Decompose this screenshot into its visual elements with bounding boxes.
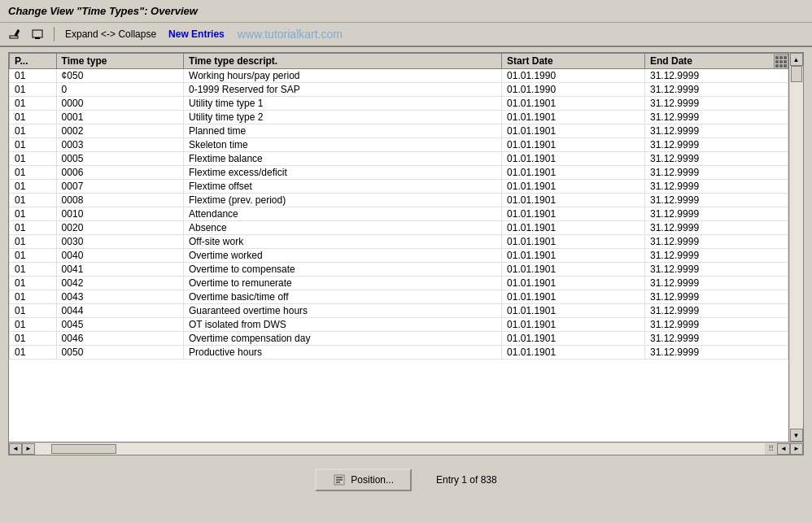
hscroll-dots: ⠿ <box>765 444 777 453</box>
scroll-thumb[interactable] <box>791 66 802 82</box>
cell-start: 01.01.1901 <box>502 346 645 360</box>
cell-desc: 0-1999 Reserved for SAP <box>184 83 502 97</box>
table-row[interactable]: 01 0050 Productive hours 01.01.1901 31.1… <box>10 346 788 360</box>
expand-collapse-link[interactable]: Expand <-> Collapse <box>63 28 159 41</box>
table-row[interactable]: 01 0041 Overtime to compensate 01.01.190… <box>10 263 788 277</box>
hscroll-next-button[interactable]: ► <box>790 443 803 455</box>
hscroll-right-button[interactable]: ► <box>22 443 35 455</box>
vertical-scrollbar[interactable]: ▲ ▼ <box>788 53 803 442</box>
edit-icon[interactable] <box>7 26 23 42</box>
table-row[interactable]: 01 0046 Overtime compensation day 01.01.… <box>10 332 788 346</box>
scroll-up-button[interactable]: ▲ <box>790 53 803 66</box>
hscroll-prev-button[interactable]: ◄ <box>777 443 790 455</box>
col-start-date: Start Date <box>502 54 645 69</box>
table-row[interactable]: 01 0005 Flextime balance 01.01.1901 31.1… <box>10 152 788 166</box>
table-row[interactable]: 01 0042 Overtime to remunerate 01.01.190… <box>10 277 788 290</box>
cell-p: 01 <box>10 69 57 83</box>
cell-p: 01 <box>10 152 57 166</box>
cell-start: 01.01.1901 <box>502 304 645 318</box>
cell-desc: OT isolated from DWS <box>184 318 502 332</box>
hscroll-left-button[interactable]: ◄ <box>9 443 22 455</box>
cell-desc: Overtime to compensate <box>184 263 502 277</box>
cell-end: 31.12.9999 <box>645 166 788 180</box>
cell-time-type: 0043 <box>56 290 183 304</box>
col-p: P... <box>10 54 57 69</box>
cell-start: 01.01.1901 <box>502 207 645 221</box>
cell-desc: Utility time type 2 <box>184 111 502 124</box>
cell-start: 01.01.1901 <box>502 124 645 138</box>
cell-desc: Attendance <box>184 207 502 221</box>
cell-start: 01.01.1901 <box>502 152 645 166</box>
cell-desc: Flextime (prev. period) <box>184 194 502 207</box>
hscroll-thumb[interactable] <box>51 444 116 454</box>
new-entries-button[interactable]: New Entries <box>165 28 228 41</box>
cell-end: 31.12.9999 <box>645 207 788 221</box>
cell-p: 01 <box>10 346 57 360</box>
cell-end: 31.12.9999 <box>645 180 788 194</box>
position-icon <box>333 473 346 486</box>
table-row[interactable]: 01 0001 Utility time type 2 01.01.1901 3… <box>10 111 788 124</box>
scroll-down-button[interactable]: ▼ <box>790 429 803 442</box>
table-row[interactable]: 01 0002 Planned time 01.01.1901 31.12.99… <box>10 124 788 138</box>
cell-end: 31.12.9999 <box>645 346 788 360</box>
table-row[interactable]: 01 0045 OT isolated from DWS 01.01.1901 … <box>10 318 788 332</box>
cell-time-type: 0010 <box>56 207 183 221</box>
cell-end: 31.12.9999 <box>645 152 788 166</box>
main-content: ▲ ▼ P... Time type Time type descript. S… <box>0 47 812 505</box>
col-time-type: Time type <box>56 54 183 69</box>
grid-icon[interactable] <box>774 54 788 69</box>
cell-p: 01 <box>10 166 57 180</box>
cell-p: 01 <box>10 221 57 235</box>
table-row[interactable]: 01 0007 Flextime offset 01.01.1901 31.12… <box>10 180 788 194</box>
svg-rect-1 <box>33 30 42 37</box>
position-button[interactable]: Position... <box>315 469 412 491</box>
table-row[interactable]: 01 0008 Flextime (prev. period) 01.01.19… <box>10 194 788 207</box>
cell-p: 01 <box>10 318 57 332</box>
cell-time-type: 0050 <box>56 346 183 360</box>
table-row[interactable]: 01 0006 Flextime excess/deficit 01.01.19… <box>10 166 788 180</box>
cell-p: 01 <box>10 277 57 290</box>
cell-start: 01.01.1901 <box>502 332 645 346</box>
table-row[interactable]: 01 0 0-1999 Reserved for SAP 01.01.1990 … <box>10 83 788 97</box>
cell-end: 31.12.9999 <box>645 83 788 97</box>
display-icon[interactable] <box>29 26 46 42</box>
cell-desc: Overtime compensation day <box>184 332 502 346</box>
cell-end: 31.12.9999 <box>645 304 788 318</box>
cell-p: 01 <box>10 263 57 277</box>
cell-p: 01 <box>10 138 57 152</box>
table-row[interactable]: 01 0044 Guaranteed overtime hours 01.01.… <box>10 304 788 318</box>
table-row[interactable]: 01 0043 Overtime basic/time off 01.01.19… <box>10 290 788 304</box>
hscroll-track <box>35 443 765 455</box>
table-row[interactable]: 01 0000 Utility time type 1 01.01.1901 3… <box>10 97 788 111</box>
table-row[interactable]: 01 0010 Attendance 01.01.1901 31.12.9999 <box>10 207 788 221</box>
cell-time-type: 0044 <box>56 304 183 318</box>
cell-time-type: 0005 <box>56 152 183 166</box>
cell-time-type: 0008 <box>56 194 183 207</box>
cell-end: 31.12.9999 <box>645 235 788 249</box>
cell-time-type: 0003 <box>56 138 183 152</box>
cell-time-type: 0006 <box>56 166 183 180</box>
cell-p: 01 <box>10 290 57 304</box>
cell-end: 31.12.9999 <box>645 249 788 263</box>
table-row[interactable]: 01 0040 Overtime worked 01.01.1901 31.12… <box>10 249 788 263</box>
table-row[interactable]: 01 0003 Skeleton time 01.01.1901 31.12.9… <box>10 138 788 152</box>
cell-end: 31.12.9999 <box>645 69 788 83</box>
cell-start: 01.01.1901 <box>502 290 645 304</box>
cell-desc: Flextime balance <box>184 152 502 166</box>
time-types-table: P... Time type Time type descript. Start… <box>9 53 788 360</box>
cell-desc: Working hours/pay period <box>184 69 502 83</box>
cell-time-type: 0001 <box>56 111 183 124</box>
table-row[interactable]: 01 0020 Absence 01.01.1901 31.12.9999 <box>10 221 788 235</box>
table-row[interactable]: 01 ¢050 Working hours/pay period 01.01.1… <box>10 69 788 83</box>
table-row[interactable]: 01 0030 Off-site work 01.01.1901 31.12.9… <box>10 235 788 249</box>
cell-end: 31.12.9999 <box>645 124 788 138</box>
cell-time-type: 0030 <box>56 235 183 249</box>
cell-end: 31.12.9999 <box>645 290 788 304</box>
footer: Position... Entry 1 of 838 <box>8 469 804 491</box>
cell-p: 01 <box>10 332 57 346</box>
cell-desc: Planned time <box>184 124 502 138</box>
title-bar: Change View "Time Types": Overview <box>0 0 812 23</box>
cell-start: 01.01.1901 <box>502 97 645 111</box>
cell-desc: Productive hours <box>184 346 502 360</box>
cell-start: 01.01.1901 <box>502 221 645 235</box>
